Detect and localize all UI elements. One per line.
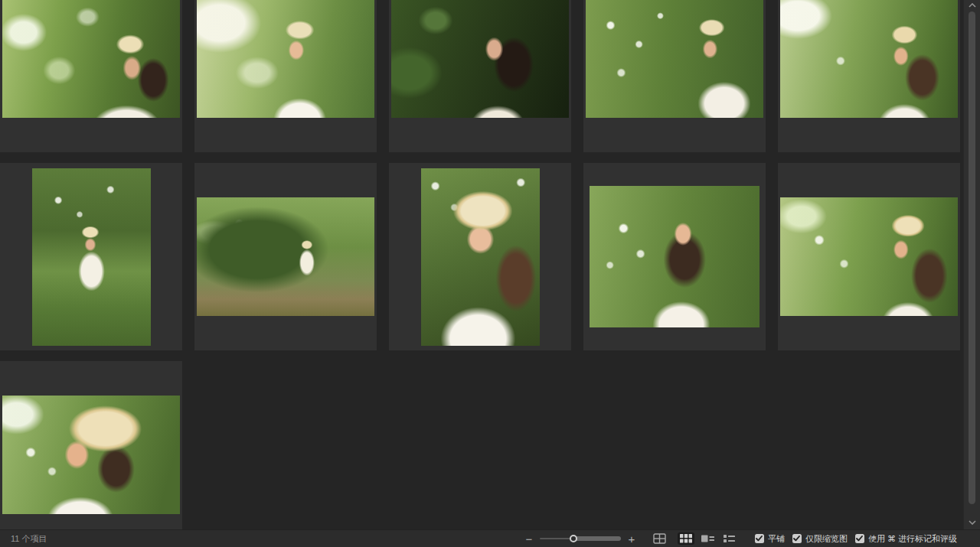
checkbox-label: 平铺 — [768, 533, 785, 545]
photo-browser — [0, 0, 980, 529]
thumbnail-size-slider[interactable] — [540, 533, 621, 544]
slider-knob[interactable] — [570, 535, 577, 542]
list-icon — [724, 534, 735, 543]
scroll-up-icon[interactable] — [964, 1, 980, 10]
image-with-text-view-button[interactable] — [699, 532, 717, 545]
grid-view-button[interactable] — [678, 532, 694, 545]
item-count: 11 个项目 — [11, 533, 47, 545]
photo-thumbnail[interactable] — [780, 197, 958, 316]
zoom-in-button[interactable]: + — [626, 532, 638, 545]
photo-thumbnail[interactable] — [421, 168, 540, 346]
photo-tile[interactable] — [778, 0, 960, 152]
statusbar-checkbox-2[interactable]: 使用 ⌘ 进行标记和评级 — [855, 533, 957, 545]
list-view-button[interactable] — [721, 532, 737, 545]
zoom-out-button[interactable]: − — [523, 532, 535, 545]
grid-outline-view-button[interactable] — [651, 532, 668, 545]
view-mode-group — [675, 532, 740, 545]
checkbox-label: 使用 ⌘ 进行标记和评级 — [868, 533, 957, 545]
photo-tile[interactable] — [583, 163, 766, 350]
slider-track — [540, 538, 574, 539]
photo-thumbnail[interactable] — [2, 396, 180, 514]
scrollbar-thumb[interactable] — [969, 11, 975, 504]
photo-tile[interactable] — [778, 163, 960, 350]
grid-filled-icon — [680, 534, 692, 543]
photo-thumbnail[interactable] — [197, 197, 374, 316]
image-with-text-icon — [701, 534, 714, 543]
checkbox-checked-icon[interactable] — [792, 534, 802, 543]
photo-tile[interactable] — [194, 0, 377, 152]
photo-tile[interactable] — [389, 0, 571, 152]
photo-thumbnail[interactable] — [2, 0, 180, 118]
scrollbar[interactable] — [963, 0, 980, 529]
photo-thumbnail[interactable] — [780, 0, 958, 118]
statusbar-checkbox-1[interactable]: 仅限缩览图 — [792, 533, 848, 545]
checkbox-checked-icon[interactable] — [855, 534, 864, 543]
photo-tile[interactable] — [0, 163, 182, 350]
checkbox-label: 仅限缩览图 — [805, 533, 848, 545]
photo-thumbnail[interactable] — [197, 0, 374, 118]
photo-tile[interactable] — [583, 0, 766, 152]
photo-tile[interactable] — [0, 361, 182, 529]
photo-thumbnail[interactable] — [586, 0, 763, 118]
photo-thumbnail[interactable] — [590, 186, 760, 327]
photo-tile[interactable] — [0, 0, 182, 152]
checkbox-row: 平铺仅限缩览图使用 ⌘ 进行标记和评级 — [747, 533, 957, 545]
grid-outline-icon — [653, 533, 666, 544]
photo-thumbnail[interactable] — [32, 168, 151, 346]
photo-tile[interactable] — [194, 163, 377, 350]
status-bar: 11 个项目 − + — [0, 529, 980, 547]
scroll-down-icon[interactable] — [964, 518, 980, 527]
photo-tile[interactable] — [389, 163, 571, 350]
photo-grid — [0, 0, 960, 529]
checkbox-checked-icon[interactable] — [755, 534, 764, 543]
photo-thumbnail[interactable] — [391, 0, 569, 118]
statusbar-checkbox-0[interactable]: 平铺 — [755, 533, 785, 545]
slider-track-filled — [573, 536, 620, 541]
